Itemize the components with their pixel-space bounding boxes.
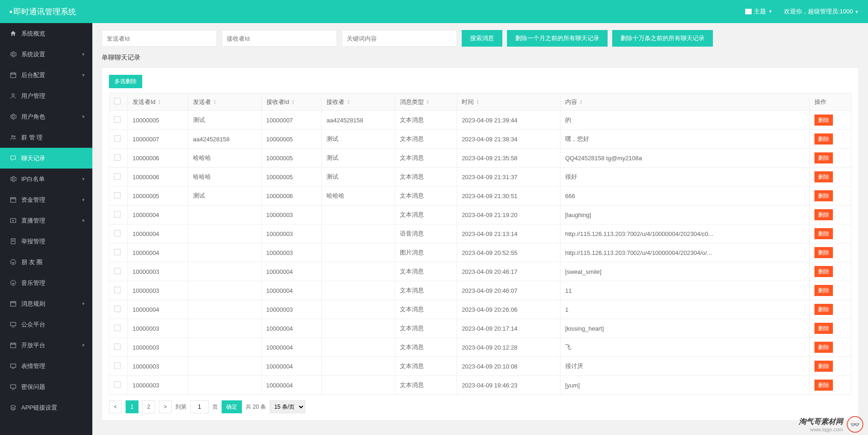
sidebar-item-13[interactable]: 消息规则▼ — [0, 293, 92, 314]
cell-msg-type: 文本消息 — [395, 319, 457, 338]
sidebar-item-4[interactable]: 用户角色▼ — [0, 106, 92, 127]
row-checkbox[interactable] — [114, 116, 121, 123]
sidebar-item-2[interactable]: 后台配置▼ — [0, 65, 92, 85]
search-button[interactable]: 搜索消息 — [462, 30, 502, 47]
sidebar-item-3[interactable]: 用户管理 — [0, 85, 92, 106]
sidebar-item-9[interactable]: 直播管理▼ — [0, 210, 92, 231]
delete-100k-button[interactable]: 删除十万条之前的所有聊天记录 — [612, 30, 713, 47]
receiver-id-input[interactable] — [222, 30, 337, 47]
page-input[interactable] — [190, 400, 209, 413]
chevron-down-icon: ▼ — [81, 218, 85, 223]
sidebar-item-8[interactable]: 资金管理▼ — [0, 189, 92, 210]
row-checkbox[interactable] — [114, 192, 121, 199]
cell-receiver: 测试 — [322, 168, 395, 187]
smile-icon — [9, 259, 17, 266]
sort-icon: ▲▼ — [426, 99, 429, 105]
delete-month-button[interactable]: 删除一个月之前的所有聊天记录 — [507, 30, 608, 47]
screen-icon — [9, 383, 17, 390]
calendar-icon — [9, 196, 17, 203]
sidebar-item-14[interactable]: 公众平台 — [0, 314, 92, 335]
row-checkbox[interactable] — [114, 325, 121, 331]
table-row: 10000003 10000004 文本消息 2023-04-09 20:10:… — [109, 357, 851, 376]
multi-delete-button[interactable]: 多选删除 — [109, 75, 142, 88]
chevron-down-icon: ▼ — [81, 73, 85, 78]
sidebar-item-6[interactable]: 聊天记录 — [0, 148, 92, 169]
delete-row-button[interactable]: 删除 — [814, 342, 833, 353]
row-checkbox[interactable] — [114, 362, 121, 369]
table-row: 10000004 10000003 文本消息 2023-04-09 21:19:… — [109, 205, 851, 224]
chevron-down-icon: ▼ — [81, 52, 85, 57]
cell-content: 很讨厌 — [560, 357, 809, 376]
header-content[interactable]: 内容▲▼ — [560, 93, 809, 111]
row-checkbox[interactable] — [114, 306, 121, 312]
delete-row-button[interactable]: 删除 — [814, 323, 833, 334]
header-sender[interactable]: 发送者▲▼ — [188, 93, 261, 111]
sidebar-item-11[interactable]: 朋 友 圈 — [0, 252, 92, 272]
row-checkbox[interactable] — [114, 173, 121, 180]
sidebar-item-5[interactable]: 群 管 理 — [0, 127, 92, 148]
delete-row-button[interactable]: 删除 — [814, 152, 833, 163]
keyword-input[interactable] — [342, 30, 457, 47]
sidebar-item-12[interactable]: 音乐管理 — [0, 272, 92, 293]
page-confirm-button[interactable]: 确定 — [222, 400, 242, 413]
sidebar-item-18[interactable]: APP链接设置 — [0, 397, 92, 418]
sidebar-item-10[interactable]: 举报管理 — [0, 231, 92, 252]
sidebar-item-1[interactable]: 系统设置▼ — [0, 44, 92, 65]
welcome-text[interactable]: 欢迎你，超级管理员:1000 ▼ — [784, 7, 859, 16]
svg-point-1 — [12, 94, 14, 96]
cell-content: [kissing_heart] — [560, 319, 809, 338]
row-checkbox[interactable] — [114, 344, 121, 350]
sidebar-item-0[interactable]: 系统概览 — [0, 23, 92, 44]
row-checkbox[interactable] — [114, 381, 121, 388]
sender-id-input[interactable] — [102, 30, 217, 47]
page-1-button[interactable]: 1 — [126, 400, 139, 413]
cell-sender — [188, 319, 261, 338]
next-page-button[interactable]: > — [159, 400, 172, 413]
delete-row-button[interactable]: 删除 — [814, 115, 833, 126]
row-checkbox[interactable] — [114, 211, 121, 218]
svg-point-8 — [10, 280, 15, 285]
delete-row-button[interactable]: 删除 — [814, 285, 833, 296]
header-time[interactable]: 时间▲▼ — [457, 93, 561, 111]
cell-sender-id: 10000004 — [128, 205, 188, 224]
prev-page-button[interactable]: < — [109, 400, 122, 413]
row-checkbox[interactable] — [114, 268, 121, 274]
header-sender-id[interactable]: 发送者Id▲▼ — [128, 93, 188, 111]
cell-sender — [188, 262, 261, 281]
delete-row-button[interactable]: 删除 — [814, 266, 833, 277]
delete-row-button[interactable]: 删除 — [814, 380, 833, 391]
sidebar-item-7[interactable]: IP白名单▼ — [0, 169, 92, 189]
chevron-down-icon: ▼ — [81, 302, 85, 306]
row-checkbox[interactable] — [114, 287, 121, 293]
page-2-button[interactable]: 2 — [142, 400, 155, 413]
row-checkbox[interactable] — [114, 230, 121, 236]
delete-row-button[interactable]: 删除 — [814, 304, 833, 315]
row-checkbox[interactable] — [114, 249, 121, 255]
per-page-select[interactable]: 15 条/页 — [270, 400, 305, 413]
cell-sender: aa424528158 — [188, 130, 261, 149]
theme-button[interactable]: 主题 ▼ — [745, 7, 772, 16]
header-msg-type[interactable]: 消息类型▲▼ — [395, 93, 457, 111]
delete-row-button[interactable]: 删除 — [814, 171, 833, 182]
cell-time: 2023-04-09 21:39:44 — [457, 111, 561, 130]
row-checkbox[interactable] — [114, 154, 121, 161]
delete-row-button[interactable]: 删除 — [814, 209, 833, 220]
row-checkbox[interactable] — [114, 135, 121, 142]
sidebar-item-label: 公众平台 — [21, 320, 45, 329]
delete-row-button[interactable]: 删除 — [814, 361, 833, 372]
delete-row-button[interactable]: 删除 — [814, 228, 833, 239]
header-receiver[interactable]: 接收者▲▼ — [322, 93, 395, 111]
delete-row-button[interactable]: 删除 — [814, 247, 833, 258]
sidebar-item-15[interactable]: 开放平台▼ — [0, 335, 92, 356]
gear-icon — [9, 175, 17, 182]
cell-receiver-id: 10000003 — [261, 224, 322, 243]
cell-receiver — [322, 262, 395, 281]
delete-row-button[interactable]: 删除 — [814, 133, 833, 145]
sidebar-item-label: IP白名单 — [21, 175, 45, 183]
select-all-checkbox[interactable] — [114, 98, 121, 104]
sidebar-item-17[interactable]: 密保问题 — [0, 376, 92, 397]
header-receiver-id[interactable]: 接收者Id▲▼ — [261, 93, 322, 111]
delete-row-button[interactable]: 删除 — [814, 190, 833, 201]
cell-sender: 哈哈哈 — [188, 149, 261, 168]
sidebar-item-16[interactable]: 表情管理 — [0, 356, 92, 376]
